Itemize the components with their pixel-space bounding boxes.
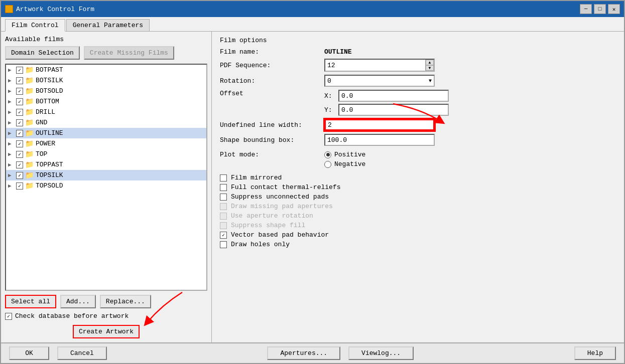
aperture-rotation-label: Use aperture rotation xyxy=(231,212,313,220)
film-checkbox-botsold[interactable]: ✓ xyxy=(16,88,23,95)
folder-icon-topsilk: 📁 xyxy=(25,171,34,179)
film-list[interactable]: ▶✓📁BOTPAST▶✓📁BOTSILK▶✓📁BOTSOLD▶✓📁BOTTOM▶… xyxy=(5,64,207,291)
expand-arrow-gnd[interactable]: ▶ xyxy=(8,119,14,126)
aperture-rotation-checkbox xyxy=(220,213,227,220)
cb-suppress-unconnected: Suppress unconnected pads xyxy=(220,193,616,201)
film-checkbox-drill[interactable]: ✓ xyxy=(16,109,23,116)
expand-arrow-botsilk[interactable]: ▶ xyxy=(8,77,14,84)
film-checkbox-topsold[interactable]: ✓ xyxy=(16,183,23,190)
spinbox-down[interactable]: ▼ xyxy=(426,65,434,71)
add-button[interactable]: Add... xyxy=(60,295,96,308)
expand-arrow-botsold[interactable]: ▶ xyxy=(8,88,14,94)
film-item-top[interactable]: ▶✓📁TOP xyxy=(6,149,206,159)
folder-icon-botpast: 📁 xyxy=(25,66,34,74)
plot-mode-group: Positive Negative xyxy=(324,151,365,168)
left-panel: Available films Domain Selection Create … xyxy=(1,32,212,342)
film-item-topsold[interactable]: ▶✓📁TOPSOLD xyxy=(6,180,206,191)
expand-arrow-top[interactable]: ▶ xyxy=(8,151,14,157)
vector-based-checkbox[interactable]: ✓ xyxy=(220,232,227,239)
film-mirrored-checkbox[interactable] xyxy=(220,174,227,181)
film-checkbox-gnd[interactable]: ✓ xyxy=(16,119,23,126)
apertures-button[interactable]: Apertures... xyxy=(267,346,340,360)
film-item-botpast[interactable]: ▶✓📁BOTPAST xyxy=(6,65,206,75)
film-checkbox-toppast[interactable]: ✓ xyxy=(16,161,23,168)
expand-arrow-drill[interactable]: ▶ xyxy=(8,109,14,115)
film-name-top: TOP xyxy=(36,150,47,158)
film-name-drill: DRILL xyxy=(36,108,55,116)
replace-button[interactable]: Replace... xyxy=(100,295,151,308)
full-contact-checkbox[interactable] xyxy=(220,184,227,191)
check-database-checkbox[interactable]: ✓ xyxy=(5,313,12,320)
film-name-topsilk: TOPSILK xyxy=(36,171,63,179)
film-name-botpast: BOTPAST xyxy=(36,66,63,74)
expand-arrow-toppast[interactable]: ▶ xyxy=(8,161,14,168)
ok-button[interactable]: OK xyxy=(9,346,49,360)
spinbox-up[interactable]: ▲ xyxy=(426,60,434,65)
expand-arrow-power[interactable]: ▶ xyxy=(8,140,14,147)
film-checkbox-topsilk[interactable]: ✓ xyxy=(16,172,23,179)
suppress-unconnected-label: Suppress unconnected pads xyxy=(231,193,329,201)
expand-arrow-topsilk[interactable]: ▶ xyxy=(8,172,14,178)
offset-y-label: Y: xyxy=(324,106,334,114)
viewlog-button[interactable]: Viewlog... xyxy=(348,346,414,360)
film-name-power: POWER xyxy=(36,140,55,147)
expand-arrow-topsold[interactable]: ▶ xyxy=(8,183,14,189)
film-name-toppast: TOPPAST xyxy=(36,161,63,168)
help-button[interactable]: Help xyxy=(574,346,616,360)
create-missing-films-button[interactable]: Create Missing Films xyxy=(84,46,174,60)
film-item-botsold[interactable]: ▶✓📁BOTSOLD xyxy=(6,86,206,96)
negative-radio-row: Negative xyxy=(324,160,365,168)
film-checkbox-botpast[interactable]: ✓ xyxy=(16,67,23,74)
film-checkbox-power[interactable]: ✓ xyxy=(16,140,23,147)
close-button[interactable]: ✕ xyxy=(608,4,620,14)
expand-arrow-outline[interactable]: ▶ xyxy=(8,130,14,136)
undefined-line-width-input[interactable] xyxy=(324,119,435,131)
positive-radio[interactable] xyxy=(324,151,331,158)
expand-arrow-botpast[interactable]: ▶ xyxy=(8,67,14,73)
rotation-select[interactable]: 0 ▼ xyxy=(324,75,435,87)
cb-film-mirrored: Film mirrored xyxy=(220,174,616,181)
film-name-label: Film name: xyxy=(220,48,320,56)
film-item-botsilk[interactable]: ▶✓📁BOTSILK xyxy=(6,75,206,86)
offset-x-label: X: xyxy=(324,92,334,100)
film-checkbox-top[interactable]: ✓ xyxy=(16,151,23,158)
film-item-toppast[interactable]: ▶✓📁TOPPAST xyxy=(6,159,206,170)
offset-x-input[interactable] xyxy=(338,90,449,102)
positive-radio-row: Positive xyxy=(324,151,365,158)
cb-full-contact: Full contact thermal-reliefs xyxy=(220,184,616,191)
offset-y-input[interactable] xyxy=(338,104,449,116)
cb-draw-holes: Draw holes only xyxy=(220,241,616,248)
film-checkbox-botsilk[interactable]: ✓ xyxy=(16,77,23,84)
film-item-topsilk[interactable]: ▶✓📁TOPSILK xyxy=(6,170,206,180)
domain-selection-button[interactable]: Domain Selection xyxy=(5,46,80,60)
tab-film-control[interactable]: Film Control xyxy=(5,19,65,32)
pdf-sequence-spinbox[interactable]: 12 ▲ ▼ xyxy=(324,59,435,72)
film-item-drill[interactable]: ▶✓📁DRILL xyxy=(6,107,206,117)
cancel-button[interactable]: Cancel xyxy=(57,346,107,360)
film-item-outline[interactable]: ▶✓📁OUTLINE xyxy=(6,128,206,138)
minimize-button[interactable]: ─ xyxy=(580,4,592,14)
maximize-button[interactable]: □ xyxy=(594,4,606,14)
shape-bounding-box-input[interactable] xyxy=(324,134,435,146)
expand-arrow-bottom[interactable]: ▶ xyxy=(8,98,14,105)
film-checkbox-outline[interactable]: ✓ xyxy=(16,130,23,137)
offset-label: Offset xyxy=(220,90,320,97)
tab-general-parameters[interactable]: General Parameters xyxy=(66,19,150,31)
film-checkbox-bottom[interactable]: ✓ xyxy=(16,98,23,105)
draw-missing-checkbox xyxy=(220,203,227,210)
suppress-unconnected-checkbox[interactable] xyxy=(220,194,227,201)
window-title: Artwork Control Form xyxy=(16,6,94,13)
negative-label: Negative xyxy=(334,160,365,168)
select-all-button[interactable]: Select all xyxy=(5,295,56,308)
app-icon xyxy=(5,5,13,13)
film-item-gnd[interactable]: ▶✓📁GND xyxy=(6,117,206,128)
film-item-power[interactable]: ▶✓📁POWER xyxy=(6,138,206,149)
folder-icon-power: 📁 xyxy=(25,139,34,148)
folder-icon-botsold: 📁 xyxy=(25,87,34,95)
film-item-bottom[interactable]: ▶✓📁BOTTOM xyxy=(6,96,206,107)
create-artwork-button[interactable]: Create Artwork xyxy=(73,325,140,338)
bottom-controls: Select all Add... Replace... xyxy=(5,295,207,308)
draw-holes-checkbox[interactable] xyxy=(220,241,227,248)
negative-radio[interactable] xyxy=(324,161,331,168)
film-name-botsold: BOTSOLD xyxy=(36,87,63,95)
